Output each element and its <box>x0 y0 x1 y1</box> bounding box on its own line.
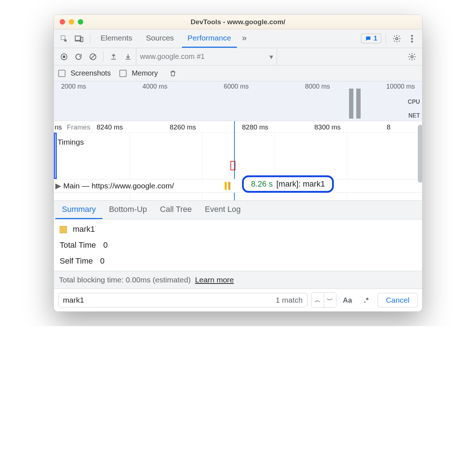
capture-options: Screenshots Memory <box>54 65 422 81</box>
download-profile-icon[interactable] <box>122 50 135 63</box>
event-color-swatch <box>60 226 67 233</box>
upload-profile-icon[interactable] <box>107 50 120 63</box>
overview-timeline[interactable]: 2000 ms 4000 ms 6000 ms 8000 ms 10000 ms… <box>54 81 422 121</box>
window-title: DevTools - www.google.com/ <box>54 18 422 26</box>
overview-tick: 6000 ms <box>224 83 248 90</box>
overview-tick: 4000 ms <box>143 83 167 90</box>
flame-scrollbar[interactable] <box>418 125 422 183</box>
tab-event-log[interactable]: Event Log <box>198 201 247 219</box>
search-bar: mark1 1 match ︿ ﹀ Aa .* Cancel <box>54 289 422 311</box>
svg-point-9 <box>63 55 65 58</box>
search-input-container: mark1 1 match <box>58 293 307 307</box>
tab-elements[interactable]: Elements <box>95 30 138 48</box>
cpu-label: CPU <box>408 99 420 105</box>
search-prev-button[interactable]: ︿ <box>311 293 324 307</box>
capture-settings-icon[interactable] <box>405 50 418 63</box>
inspect-element-icon[interactable] <box>58 32 71 45</box>
blocking-time-text: Total blocking time: 0.00ms (estimated) <box>59 276 191 284</box>
overview-ticks: 2000 ms 4000 ms 6000 ms 8000 ms 10000 ms <box>54 83 422 90</box>
feedback-count: 1 <box>374 35 377 42</box>
garbage-collect-icon[interactable] <box>166 67 179 80</box>
overview-tick: 2000 ms <box>61 83 86 90</box>
tab-sources[interactable]: Sources <box>140 30 180 48</box>
track-main[interactable]: ▶ Main — https://www.google.com/ <box>54 179 422 193</box>
tab-summary[interactable]: Summary <box>55 201 102 219</box>
net-label: NET <box>408 112 420 119</box>
recording-selector[interactable]: www.google.com #1 ▾ <box>136 48 277 65</box>
blocking-time-bar: Total blocking time: 0.00ms (estimated) … <box>54 271 422 289</box>
tab-overflow-button[interactable]: » <box>239 30 250 48</box>
track-frames: Frames <box>67 123 90 131</box>
ms-partial: ns <box>55 123 62 131</box>
summary-self-time: Self Time 0 <box>60 256 416 266</box>
zoom-window-button[interactable] <box>78 19 83 25</box>
flamechart-ruler: ns Frames 8240 ms 8260 ms 8280 ms 8300 m… <box>54 121 422 133</box>
flamechart-panel[interactable]: ns Frames 8240 ms 8260 ms 8280 ms 8300 m… <box>54 121 422 201</box>
clear-button[interactable] <box>86 50 99 63</box>
memory-checkbox[interactable] <box>119 70 127 77</box>
event-tooltip: 8.26 s [mark]: mark1 <box>242 175 334 193</box>
summary-total-time: Total Time 0 <box>60 240 416 250</box>
svg-point-12 <box>411 56 413 58</box>
summary-event: mark1 <box>60 225 416 234</box>
kebab-menu-icon[interactable] <box>405 32 418 45</box>
learn-more-link[interactable]: Learn more <box>195 276 234 284</box>
cancel-button[interactable]: Cancel <box>378 293 418 307</box>
ruler-tick: 8240 ms <box>97 123 123 131</box>
tab-call-tree[interactable]: Call Tree <box>153 201 198 219</box>
svg-point-5 <box>411 35 413 37</box>
overview-tick: 8000 ms <box>305 83 330 90</box>
traffic-lights <box>54 19 83 25</box>
search-input[interactable]: mark1 <box>63 296 84 304</box>
feedback-badge[interactable]: 1 <box>361 34 381 43</box>
match-case-toggle[interactable]: Aa <box>340 293 355 307</box>
minimize-window-button[interactable] <box>69 19 74 25</box>
record-button[interactable] <box>58 50 71 63</box>
separator <box>103 52 103 62</box>
ruler-tick: 8280 ms <box>242 123 268 131</box>
track-timings[interactable]: Timings <box>58 138 84 146</box>
total-time-value: 0 <box>103 240 107 250</box>
timing-marker[interactable] <box>230 161 235 170</box>
main-thread-label: Main — https://www.google.com/ <box>63 182 174 190</box>
tab-performance[interactable]: Performance <box>182 30 237 48</box>
svg-point-6 <box>411 38 413 39</box>
self-time-label: Self Time <box>60 256 93 265</box>
device-toolbar-icon[interactable] <box>73 32 86 45</box>
settings-icon[interactable] <box>390 32 403 45</box>
detail-tabs: Summary Bottom-Up Call Tree Event Log <box>54 201 422 219</box>
flame-event[interactable] <box>228 182 230 190</box>
devtools-tabbar: Elements Sources Performance » 1 <box>54 29 422 48</box>
disclosure-triangle-icon[interactable]: ▶ <box>55 182 61 190</box>
close-window-button[interactable] <box>60 19 65 25</box>
flame-event[interactable] <box>225 182 227 190</box>
ruler-tick: 8260 ms <box>170 123 196 131</box>
event-name: mark1 <box>73 225 95 234</box>
separator <box>90 34 90 44</box>
reload-record-button[interactable] <box>72 50 85 63</box>
screenshots-checkbox[interactable] <box>58 70 65 77</box>
total-time-label: Total Time <box>60 240 96 249</box>
tooltip-time: 8.26 s <box>251 179 273 189</box>
self-time-value: 0 <box>100 256 105 266</box>
regex-toggle[interactable]: .* <box>359 293 374 307</box>
svg-point-4 <box>396 38 398 40</box>
ruler-tick: 8 <box>387 123 391 131</box>
tooltip-label: [mark]: mark1 <box>276 179 325 189</box>
overview-range-handle-right[interactable] <box>356 89 361 119</box>
overview-tick: 10000 ms <box>386 83 415 90</box>
tab-bottom-up[interactable]: Bottom-Up <box>102 201 153 219</box>
screenshots-label: Screenshots <box>71 69 111 77</box>
search-next-button[interactable]: ﹀ <box>324 293 336 307</box>
chevron-down-icon: ▾ <box>269 52 273 61</box>
overview-range-handle-left[interactable] <box>349 89 353 119</box>
separator <box>386 34 386 44</box>
ruler-tick: 8300 ms <box>314 123 341 131</box>
window-titlebar: DevTools - www.google.com/ <box>54 15 422 29</box>
recording-name: www.google.com #1 <box>140 52 205 61</box>
memory-label: Memory <box>132 69 158 77</box>
devtools-window: DevTools - www.google.com/ Elements Sour… <box>54 14 422 312</box>
svg-point-7 <box>411 40 413 42</box>
summary-panel: mark1 Total Time 0 Self Time 0 <box>54 219 422 271</box>
svg-line-11 <box>91 55 95 59</box>
